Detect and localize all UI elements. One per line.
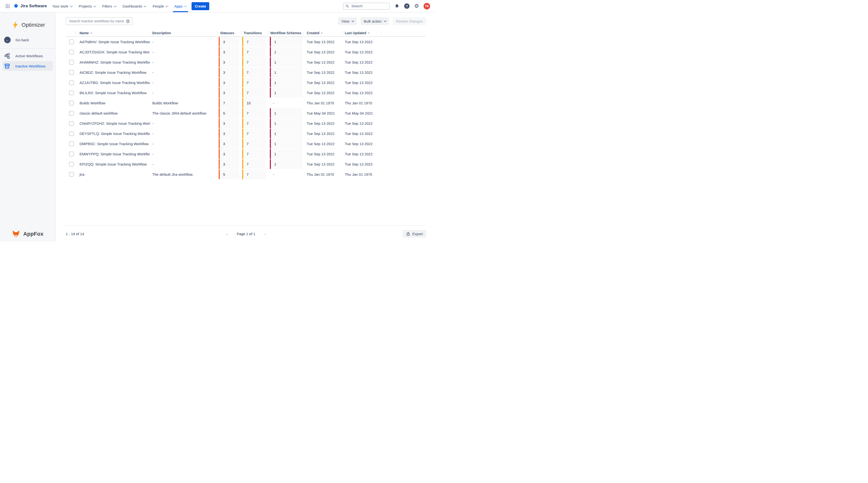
nav-item-your-work[interactable]: Your work bbox=[52, 0, 72, 12]
sidebar-item-inactive-workflows[interactable]: Inactive Workflows bbox=[3, 61, 53, 71]
workflow-schemes-count: 1 bbox=[270, 47, 302, 57]
statuses-count: 7 bbox=[219, 98, 239, 108]
transitions-count: 7 bbox=[242, 88, 266, 97]
statuses-count: 3 bbox=[219, 67, 239, 77]
workflow-name: AATNBHV: Simple Issue Tracking Workflow bbox=[76, 40, 150, 44]
row-checkbox[interactable] bbox=[69, 131, 74, 136]
created-date: Tue Sep 13 2022 bbox=[303, 70, 343, 75]
export-button[interactable]: Export bbox=[403, 230, 426, 237]
workflow-name: AICBDZ: Simple Issue Tracking Workflow bbox=[76, 70, 150, 75]
sidebar: Optimizer ← Go back Active Workflows Ina… bbox=[0, 12, 56, 242]
nav-item-people[interactable]: People bbox=[153, 0, 167, 12]
workflow-name: Builds Workflow bbox=[76, 101, 150, 105]
chevron-down-icon bbox=[93, 4, 96, 7]
nav-item-projects[interactable]: Projects bbox=[79, 0, 96, 12]
previous-page-arrow-icon[interactable]: ← bbox=[225, 231, 229, 236]
workflow-name: AHAMWHZ: Simple Issue Tracking Workflow bbox=[76, 60, 150, 64]
table-body: AATNBHV: Simple Issue Tracking Workflow … bbox=[66, 37, 426, 179]
jira-logo-icon bbox=[13, 3, 19, 9]
chevron-down-icon bbox=[114, 4, 117, 7]
transitions-count: 7 bbox=[242, 57, 266, 67]
view-dropdown-button[interactable]: View bbox=[338, 17, 356, 25]
created-date: Tue Sep 13 2022 bbox=[303, 60, 343, 64]
workflow-search[interactable]: ✕ bbox=[66, 17, 133, 25]
go-back-button[interactable]: ← Go back bbox=[0, 37, 56, 43]
row-checkbox[interactable] bbox=[69, 101, 74, 105]
nav-right-cluster: ? ⚙ TB bbox=[343, 3, 430, 10]
row-checkbox[interactable] bbox=[69, 90, 74, 95]
column-header-last-updated[interactable]: Last Updated bbox=[343, 30, 381, 36]
global-search-input[interactable] bbox=[351, 4, 387, 8]
transitions-count: 7 bbox=[242, 67, 266, 77]
row-checkbox[interactable] bbox=[69, 142, 74, 146]
workflow-name: CNARYZFDHZ: Simple Issue Tracking Workfl… bbox=[76, 121, 150, 125]
workflow-schemes-count: 1 bbox=[270, 67, 302, 77]
create-button[interactable]: Create bbox=[191, 2, 209, 10]
workflow-description: - bbox=[150, 60, 217, 64]
created-date: Tue Sep 13 2022 bbox=[303, 152, 343, 156]
result-range-label: 1 - 14 of 14 bbox=[66, 232, 84, 236]
last-updated-date: Tue Sep 13 2022 bbox=[343, 132, 381, 136]
notifications-bell-icon[interactable] bbox=[394, 3, 400, 9]
workflow-description: The classic JIRA default workflow bbox=[150, 111, 217, 115]
main-content: ✕ View Bulk action Review changes Name bbox=[56, 12, 434, 242]
sidebar-item-active-workflows[interactable]: Active Workflows bbox=[3, 51, 53, 61]
settings-gear-icon[interactable]: ⚙ bbox=[414, 3, 419, 9]
clear-search-icon[interactable]: ✕ bbox=[126, 20, 130, 23]
workflow-schemes-count: 1 bbox=[270, 78, 302, 87]
created-date: Tue Sep 13 2022 bbox=[303, 40, 343, 44]
toolbar: ✕ View Bulk action Review changes bbox=[66, 17, 426, 25]
row-checkbox[interactable] bbox=[69, 80, 74, 85]
row-checkbox[interactable] bbox=[69, 60, 74, 64]
workflow-search-input[interactable] bbox=[69, 19, 126, 23]
global-search[interactable] bbox=[343, 3, 390, 10]
workflow-schemes-count: 1 bbox=[270, 118, 302, 128]
table-row: DMPBSC: Simple Issue Tracking Workflow -… bbox=[66, 139, 426, 149]
bulk-action-dropdown-button[interactable]: Bulk action bbox=[361, 17, 389, 25]
nav-item-apps[interactable]: Apps bbox=[174, 0, 186, 12]
workflow-schemes-count: 1 bbox=[270, 159, 302, 169]
sort-icon[interactable] bbox=[368, 32, 370, 34]
table-row: EPIZQQ: Simple Issue Tracking Workflow -… bbox=[66, 159, 426, 169]
table-header: Name Description Statuses Transitions Wo… bbox=[66, 30, 426, 37]
row-checkbox[interactable] bbox=[69, 162, 74, 167]
sort-icon[interactable] bbox=[90, 32, 92, 34]
row-checkbox[interactable] bbox=[69, 172, 74, 177]
column-header-created[interactable]: Created bbox=[303, 30, 343, 36]
row-checkbox[interactable] bbox=[69, 111, 74, 116]
row-checkbox[interactable] bbox=[69, 50, 74, 54]
workflow-description: - bbox=[150, 81, 217, 85]
help-icon[interactable]: ? bbox=[404, 3, 409, 9]
statuses-count: 3 bbox=[219, 159, 239, 169]
workflow-icon bbox=[4, 53, 10, 59]
last-updated-date: Tue May 04 2021 bbox=[343, 111, 381, 115]
user-avatar[interactable]: TB bbox=[424, 3, 430, 9]
review-changes-button[interactable]: Review changes bbox=[393, 17, 426, 25]
jira-brand[interactable]: Jira Software bbox=[13, 3, 47, 9]
app-switcher-icon[interactable] bbox=[4, 2, 11, 10]
workflow-description: - bbox=[150, 121, 217, 125]
next-page-arrow-icon[interactable]: → bbox=[262, 231, 267, 236]
chevron-down-icon bbox=[144, 4, 147, 7]
optimizer-logo: Optimizer bbox=[0, 12, 56, 29]
workflow-name: jira bbox=[76, 172, 150, 176]
fox-icon bbox=[12, 230, 20, 238]
row-checkbox[interactable] bbox=[69, 152, 74, 156]
row-checkbox[interactable] bbox=[69, 39, 74, 44]
nav-item-filters[interactable]: Filters bbox=[102, 0, 116, 12]
created-date: Tue Sep 13 2022 bbox=[303, 142, 343, 146]
row-checkbox[interactable] bbox=[69, 70, 74, 75]
transitions-count: 7 bbox=[242, 108, 266, 118]
workflow-description: The default Jira workflow. bbox=[150, 172, 217, 176]
column-header-name[interactable]: Name bbox=[76, 30, 150, 36]
workflow-description: Builds Workflow bbox=[150, 101, 217, 105]
workflow-description: - bbox=[150, 50, 217, 54]
lightning-bolt-icon bbox=[12, 21, 19, 29]
workflow-description: - bbox=[150, 91, 217, 95]
row-checkbox[interactable] bbox=[69, 121, 74, 126]
sort-icon[interactable] bbox=[321, 32, 322, 34]
workflow-schemes-count: 1 bbox=[270, 129, 302, 138]
statuses-count: 3 bbox=[219, 47, 239, 57]
statuses-count: 5 bbox=[219, 169, 239, 179]
nav-item-dashboards[interactable]: Dashboards bbox=[123, 0, 146, 12]
